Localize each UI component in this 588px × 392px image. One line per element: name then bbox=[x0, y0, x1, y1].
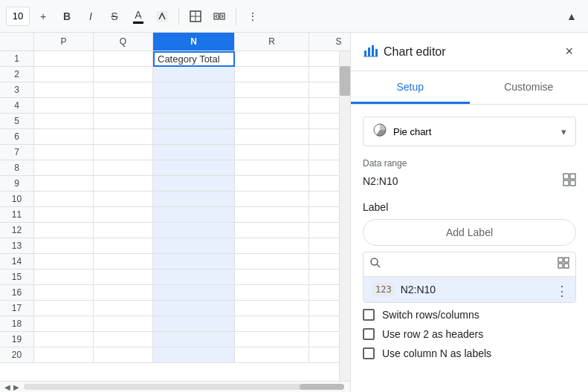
table-row: 7 bbox=[0, 145, 339, 160]
highlight-color-btn[interactable] bbox=[152, 6, 172, 27]
add-label-btn[interactable]: Add Label bbox=[363, 219, 576, 246]
table-row: 19 bbox=[0, 332, 339, 347]
svg-rect-19 bbox=[558, 258, 563, 262]
table-row: 12 bbox=[0, 223, 339, 238]
close-chart-editor-btn[interactable]: × bbox=[562, 41, 576, 62]
increase-font-btn[interactable]: + bbox=[33, 6, 54, 27]
chart-editor-title: Chart editor bbox=[363, 43, 446, 61]
scroll-right-btn[interactable]: ▶ bbox=[12, 382, 21, 391]
col-header-R[interactable]: R bbox=[235, 33, 309, 50]
svg-rect-22 bbox=[564, 264, 569, 268]
svg-rect-8 bbox=[368, 48, 370, 56]
chart-editor-header: Chart editor × bbox=[351, 33, 588, 71]
svg-rect-16 bbox=[570, 180, 575, 186]
bold-btn[interactable]: B bbox=[56, 6, 77, 27]
checkbox-row2-headers: Use row 2 as headers bbox=[363, 328, 576, 340]
table-row: 14 bbox=[0, 254, 339, 270]
label-search-input[interactable] bbox=[386, 258, 553, 270]
checkbox-col-n-labels-label: Use column N as labels bbox=[382, 347, 491, 359]
collapse-toolbar-btn[interactable]: ▲ bbox=[561, 6, 582, 27]
chart-editor-panel: Chart editor × Setup Customise bbox=[350, 33, 588, 392]
text-color-btn[interactable]: A bbox=[128, 6, 149, 27]
chart-editor-title-text: Chart editor bbox=[384, 45, 446, 59]
col-header-P[interactable]: P bbox=[34, 33, 94, 50]
label-section-title: Label bbox=[363, 201, 576, 213]
cell-Q1[interactable] bbox=[94, 51, 153, 67]
table-row: 16 bbox=[0, 285, 339, 301]
checkbox-col-n-labels-box[interactable] bbox=[363, 347, 375, 359]
svg-rect-15 bbox=[563, 180, 569, 186]
table-row: 2 bbox=[0, 67, 339, 82]
scroll-thumb-horizontal[interactable] bbox=[300, 384, 344, 390]
spreadsheet: P Q N R S T 1 Category Total bbox=[0, 33, 350, 392]
table-row: 4 bbox=[0, 98, 339, 114]
svg-rect-7 bbox=[364, 50, 366, 56]
tab-customise[interactable]: Customise bbox=[470, 71, 589, 104]
svg-rect-5 bbox=[220, 13, 224, 19]
svg-rect-10 bbox=[375, 49, 378, 56]
search-icon bbox=[369, 257, 381, 272]
column-headers: P Q N R S T bbox=[0, 33, 350, 51]
cell-P1[interactable] bbox=[34, 51, 94, 67]
italic-btn[interactable]: I bbox=[80, 6, 101, 27]
search-grid-icon[interactable] bbox=[558, 257, 569, 272]
divider-2 bbox=[236, 7, 236, 25]
cell-S1[interactable] bbox=[309, 51, 339, 67]
strikethrough-btn[interactable]: S bbox=[104, 6, 125, 27]
divider-1 bbox=[178, 7, 179, 25]
label-search-dropdown: 123 N2:N10 ⋮ bbox=[363, 252, 576, 303]
table-row: 18 bbox=[0, 316, 339, 332]
data-range-label: Data range bbox=[363, 158, 576, 169]
svg-rect-14 bbox=[570, 174, 575, 179]
tab-setup[interactable]: Setup bbox=[351, 71, 470, 104]
horizontal-scrollbar-area: ◀ ▶ bbox=[0, 381, 350, 392]
table-row: 13 bbox=[0, 238, 339, 254]
main-area: P Q N R S T 1 Category Total bbox=[0, 33, 588, 392]
scroll-track-horizontal[interactable] bbox=[24, 384, 344, 390]
table-row: 3 bbox=[0, 82, 339, 98]
table-row: 1 Category Total bbox=[0, 51, 339, 67]
chart-icon bbox=[363, 43, 378, 61]
dropdown-item-type-icon: 123 bbox=[372, 283, 395, 296]
data-range-value: N2:N10 bbox=[363, 175, 398, 187]
cell-R1[interactable] bbox=[235, 51, 309, 67]
editor-tabs: Setup Customise bbox=[351, 71, 588, 105]
row-num-1: 1 bbox=[0, 51, 34, 67]
svg-rect-9 bbox=[372, 45, 374, 56]
chart-type-dropdown[interactable]: Pie chart ▾ bbox=[363, 117, 576, 146]
chart-type-label: Pie chart bbox=[393, 126, 431, 137]
svg-rect-21 bbox=[558, 264, 563, 268]
editor-content: Pie chart ▾ Data range N2:N10 Labe bbox=[351, 105, 588, 392]
search-row bbox=[364, 252, 575, 277]
dropdown-arrow-icon: ▾ bbox=[561, 126, 566, 137]
borders-btn[interactable] bbox=[185, 6, 206, 27]
table-row: 20 bbox=[0, 347, 339, 363]
scroll-left-btn[interactable]: ◀ bbox=[3, 382, 12, 391]
checkbox-switch-rows-box[interactable] bbox=[363, 309, 375, 321]
merge-cells-btn[interactable] bbox=[209, 6, 230, 27]
table-row: 15 bbox=[0, 270, 339, 285]
table-row: 8 bbox=[0, 160, 339, 176]
svg-rect-13 bbox=[563, 174, 569, 179]
checkbox-row2-headers-box[interactable] bbox=[363, 328, 375, 340]
table-row: 17 bbox=[0, 301, 339, 316]
svg-line-18 bbox=[377, 264, 380, 267]
svg-rect-20 bbox=[564, 258, 569, 262]
col-header-N[interactable]: N bbox=[153, 33, 235, 50]
dropdown-more-options-btn[interactable]: ⋮ bbox=[552, 281, 572, 301]
checkbox-row2-headers-label: Use row 2 as headers bbox=[382, 328, 483, 340]
font-size-input[interactable]: 10 bbox=[6, 7, 30, 26]
vertical-scrollbar[interactable] bbox=[339, 51, 350, 381]
dropdown-item-text: N2:N10 bbox=[401, 284, 436, 295]
cell-N1[interactable]: Category Total bbox=[153, 51, 235, 67]
pie-chart-icon bbox=[372, 122, 387, 140]
col-header-Q[interactable]: Q bbox=[94, 33, 153, 50]
col-header-S[interactable]: S bbox=[309, 33, 350, 50]
scroll-thumb-vertical[interactable] bbox=[340, 66, 350, 96]
more-options-btn[interactable]: ⋮ bbox=[242, 6, 263, 27]
data-range-grid-btn[interactable] bbox=[563, 173, 576, 189]
svg-point-17 bbox=[371, 258, 378, 265]
toolbar: 10 + B I S A ⋮ ▲ bbox=[0, 0, 588, 33]
dropdown-item-n2n10[interactable]: 123 N2:N10 bbox=[364, 277, 575, 302]
svg-rect-4 bbox=[214, 13, 219, 19]
